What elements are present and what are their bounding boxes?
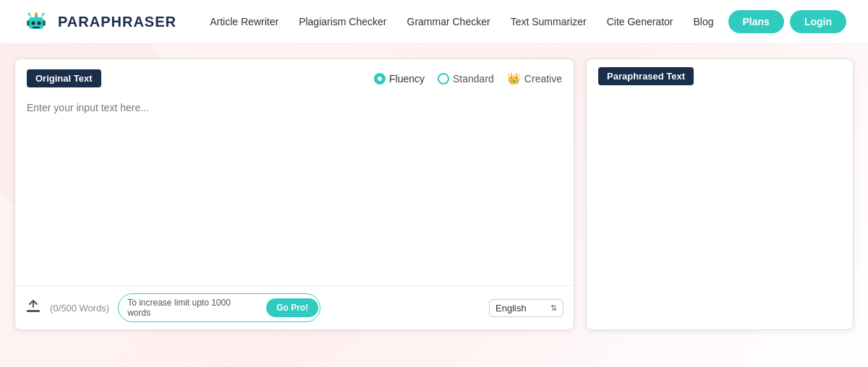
svg-rect-12 bbox=[27, 310, 40, 312]
original-text-label: Original Text bbox=[27, 69, 101, 87]
nav-blog[interactable]: Blog bbox=[694, 16, 714, 27]
language-dropdown[interactable]: English Spanish French German bbox=[495, 303, 546, 314]
mode-options: Fluency Standard 👑 Creative bbox=[374, 72, 562, 85]
gopro-button[interactable]: Go Pro! bbox=[266, 298, 318, 317]
svg-point-3 bbox=[32, 22, 35, 25]
svg-point-4 bbox=[38, 22, 41, 25]
paraphrased-text-panel: Paraphrased Text bbox=[586, 59, 854, 330]
mode-fluency[interactable]: Fluency bbox=[374, 73, 425, 85]
svg-rect-2 bbox=[43, 20, 46, 26]
login-button[interactable]: Login bbox=[790, 10, 846, 33]
nav-plagiarism-checker[interactable]: Plagiarism Checker bbox=[299, 16, 386, 27]
header: PARAPHRASER Article Rewriter Plagiarism … bbox=[0, 0, 868, 44]
mode-creative[interactable]: 👑 Creative bbox=[507, 72, 562, 85]
nav-article-rewriter[interactable]: Article Rewriter bbox=[210, 16, 278, 27]
crown-icon: 👑 bbox=[507, 72, 521, 85]
paraphrased-text-label: Paraphrased Text bbox=[598, 67, 694, 85]
background-area: Original Text Fluency Standard 👑 bbox=[0, 44, 868, 367]
svg-point-10 bbox=[28, 13, 30, 15]
chevron-updown-icon: ⇅ bbox=[550, 303, 557, 313]
upgrade-text: To increase limit upto 1000 words bbox=[119, 294, 265, 321]
svg-rect-5 bbox=[33, 27, 40, 28]
nav-grammar-checker[interactable]: Grammar Checker bbox=[407, 16, 490, 27]
main-content: Original Text Fluency Standard 👑 bbox=[0, 44, 868, 345]
svg-rect-1 bbox=[27, 20, 30, 26]
standard-label: Standard bbox=[453, 73, 494, 85]
svg-line-9 bbox=[41, 14, 43, 17]
word-count: (0/500 Words) bbox=[50, 303, 109, 314]
original-text-input[interactable] bbox=[27, 102, 562, 275]
fluency-label: Fluency bbox=[389, 73, 425, 85]
fluency-radio[interactable] bbox=[374, 73, 386, 85]
panel-top-bar: Original Text Fluency Standard 👑 bbox=[15, 59, 574, 95]
logo-area[interactable]: PARAPHRASER bbox=[22, 7, 176, 36]
input-text-area bbox=[15, 95, 574, 285]
svg-point-11 bbox=[43, 13, 45, 15]
logo-text: PARAPHRASER bbox=[58, 14, 176, 30]
language-selector[interactable]: English Spanish French German ⇅ bbox=[489, 299, 563, 317]
plans-button[interactable]: Plans bbox=[728, 10, 784, 33]
nav-cite-generator[interactable]: Cite Generator bbox=[607, 16, 673, 27]
svg-line-8 bbox=[29, 14, 31, 17]
panel-bottom-bar: (0/500 Words) To increase limit upto 100… bbox=[15, 285, 574, 329]
svg-point-7 bbox=[35, 12, 38, 15]
upgrade-banner: To increase limit upto 1000 words Go Pro… bbox=[118, 293, 320, 322]
upload-icon[interactable] bbox=[25, 298, 41, 318]
nav-text-summarizer[interactable]: Text Summarizer bbox=[511, 16, 587, 27]
creative-label: Creative bbox=[524, 73, 562, 85]
standard-radio[interactable] bbox=[438, 73, 449, 85]
logo-icon bbox=[22, 7, 51, 36]
mode-standard[interactable]: Standard bbox=[438, 73, 494, 85]
original-text-panel: Original Text Fluency Standard 👑 bbox=[14, 59, 574, 330]
main-nav: Article Rewriter Plagiarism Checker Gram… bbox=[210, 16, 713, 27]
right-panel-top-bar: Paraphrased Text bbox=[587, 59, 853, 90]
